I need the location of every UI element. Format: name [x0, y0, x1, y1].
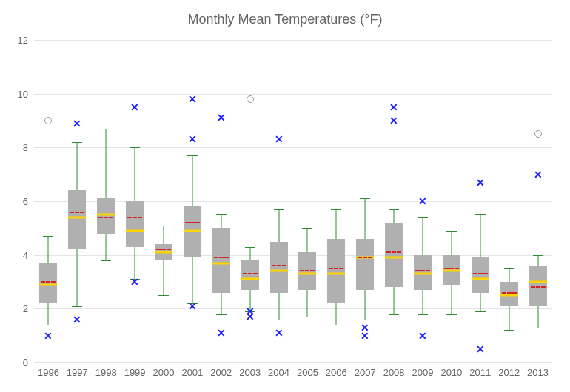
- outlier-x-icon: ✕: [534, 169, 543, 180]
- x-tick-label: 2012: [498, 367, 520, 378]
- x-tick-label: 2004: [268, 367, 289, 378]
- x-tick-label: 2001: [181, 367, 203, 378]
- x-tick-label: 2006: [326, 367, 347, 378]
- x-tick-label: 2010: [440, 367, 462, 378]
- x-tick-label: 2007: [355, 367, 376, 378]
- x-tick-label: 1997: [67, 367, 88, 378]
- outlier-x-icon: ✕: [188, 94, 197, 104]
- gridline-y: [34, 40, 552, 41]
- y-tick-label: 12: [6, 35, 28, 46]
- outlier-x-icon: ✕: [361, 322, 369, 333]
- y-tick-label: 0: [6, 357, 28, 368]
- outlier-o-icon: [247, 95, 254, 103]
- outlier-x-icon: ✕: [389, 102, 398, 112]
- outlier-x-icon: ✕: [418, 196, 427, 206]
- x-tick-label: 2011: [469, 367, 491, 378]
- y-tick-label: 6: [6, 196, 28, 207]
- x-tick-label: 2009: [412, 367, 434, 378]
- x-tick-label: 1996: [38, 367, 59, 378]
- x-tick-label: 2005: [297, 367, 318, 378]
- y-tick-label: 8: [6, 142, 28, 153]
- outlier-x-icon: ✕: [130, 102, 139, 112]
- boxplot-chart: Monthly Mean Temperatures (°F) 024681012…: [0, 0, 570, 392]
- outlier-x-icon: ✕: [389, 115, 398, 126]
- chart-title: Monthly Mean Temperatures (°F): [0, 12, 570, 27]
- outlier-x-icon: ✕: [73, 314, 81, 325]
- outlier-x-icon: ✕: [476, 178, 485, 188]
- gridline-y: [34, 94, 552, 95]
- gridline-y: [34, 255, 552, 256]
- outlier-x-icon: ✕: [44, 331, 53, 341]
- outlier-x-icon: ✕: [217, 328, 226, 338]
- y-tick-label: 10: [6, 88, 28, 99]
- outlier-x-icon: ✕: [246, 306, 255, 317]
- x-tick-label: 2013: [527, 367, 549, 378]
- x-tick-label: 1998: [95, 367, 117, 378]
- outlier-x-icon: ✕: [275, 328, 284, 338]
- outlier-x-icon: ✕: [130, 277, 139, 287]
- x-tick-label: 1999: [124, 367, 146, 378]
- outlier-x-icon: ✕: [275, 134, 284, 144]
- gridline-y: [34, 147, 552, 148]
- gridline-y: [34, 308, 552, 309]
- plot-area: 0246810121996✕1997✕✕19981999✕✕20002001✕✕…: [34, 40, 552, 362]
- outlier-x-icon: ✕: [188, 301, 197, 311]
- x-tick-label: 2000: [153, 367, 175, 378]
- y-tick-label: 4: [6, 249, 28, 260]
- x-tick-label: 2002: [210, 367, 232, 378]
- y-tick-label: 2: [6, 303, 28, 314]
- x-tick-label: 2003: [239, 367, 261, 378]
- gridline-y: [34, 362, 552, 363]
- outlier-o-icon: [534, 130, 542, 138]
- x-tick-label: 2008: [383, 367, 405, 378]
- outlier-x-icon: ✕: [188, 134, 197, 144]
- outlier-x-icon: ✕: [217, 112, 226, 123]
- outlier-x-icon: ✕: [476, 344, 485, 354]
- outlier-x-icon: ✕: [418, 331, 427, 341]
- outlier-x-icon: ✕: [73, 118, 81, 129]
- outlier-o-icon: [44, 117, 52, 124]
